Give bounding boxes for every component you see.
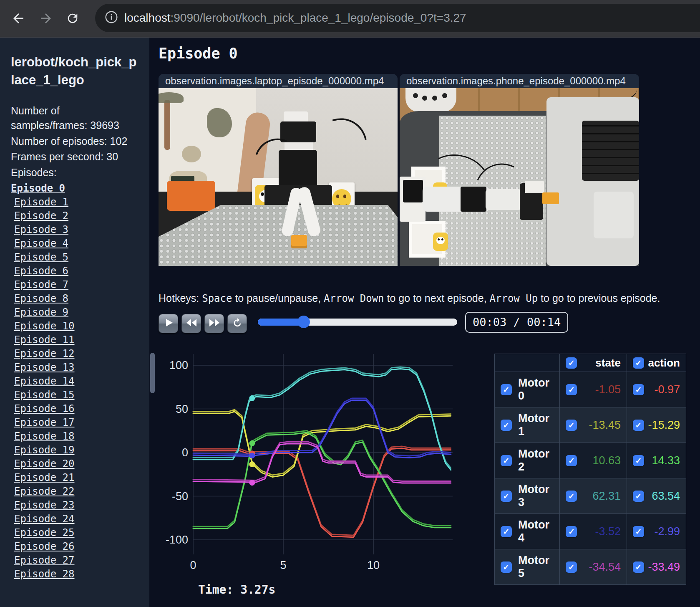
episode-link[interactable]: Episode 10	[14, 319, 75, 333]
rewind-icon	[186, 318, 197, 329]
stat-samples: Number of samples/frames: 39693	[11, 104, 138, 133]
motor-checkbox[interactable]: ✓	[501, 526, 512, 537]
episode-link[interactable]: Episode 26	[14, 540, 75, 554]
episode-link[interactable]: Episode 11	[14, 333, 75, 347]
episode-link[interactable]: Episode 13	[14, 361, 75, 374]
action-checkbox[interactable]: ✓	[633, 384, 644, 395]
loop-button[interactable]	[227, 314, 247, 333]
action-column-checkbox[interactable]: ✓	[633, 357, 644, 369]
episode-link[interactable]: Episode 14	[14, 374, 75, 388]
motor-checkbox[interactable]: ✓	[501, 420, 512, 431]
state-checkbox[interactable]: ✓	[566, 384, 577, 395]
video-laptop-title: observation.images.laptop_episode_000000…	[159, 74, 398, 88]
episode-link[interactable]: Episode 6	[14, 264, 68, 278]
episode-link[interactable]: Episode 17	[14, 416, 75, 430]
forward-button[interactable]	[37, 9, 55, 28]
svg-text:0: 0	[190, 559, 196, 571]
episode-link[interactable]: Episode 1	[14, 195, 68, 209]
episode-list: Episode 0Episode 1Episode 2Episode 3Epis…	[14, 182, 138, 581]
key-arrow-up: Arrow Up	[490, 293, 538, 304]
svg-text:50: 50	[176, 403, 188, 415]
motor-label: Motor 0	[518, 377, 554, 402]
svg-text:-100: -100	[166, 534, 188, 546]
episode-link[interactable]: Episode 22	[14, 485, 75, 498]
time-display: 00:03 / 00:14	[465, 312, 568, 333]
video-laptop[interactable]: observation.images.laptop_episode_000000…	[159, 74, 398, 266]
episode-link[interactable]: Episode 27	[14, 554, 75, 567]
motor-label: Motor 3	[518, 483, 554, 509]
episode-link[interactable]: Episode 2	[14, 209, 68, 223]
motor-checkbox[interactable]: ✓	[501, 561, 512, 573]
action-checkbox[interactable]: ✓	[633, 526, 644, 537]
state-checkbox[interactable]: ✓	[566, 526, 577, 537]
action-checkbox[interactable]: ✓	[633, 491, 644, 502]
player-controls: 00:03 / 00:14	[159, 313, 250, 334]
episode-link[interactable]: Episode 23	[14, 498, 75, 512]
motor-label: Motor 2	[518, 448, 554, 473]
action-checkbox[interactable]: ✓	[633, 561, 644, 573]
episode-link[interactable]: Episode 20	[14, 457, 75, 471]
reload-button[interactable]	[63, 9, 82, 28]
svg-text:10: 10	[367, 559, 380, 571]
seek-slider-thumb[interactable]	[297, 316, 310, 328]
episode-link[interactable]: Episode 21	[14, 471, 75, 485]
site-info-icon[interactable]	[104, 10, 118, 26]
rewind-button[interactable]	[181, 314, 201, 333]
action-value: -33.49	[648, 561, 680, 574]
orange-lego-brick-top	[542, 192, 559, 204]
episode-link[interactable]: Episode 15	[14, 388, 75, 402]
svg-text:100: 100	[169, 359, 188, 372]
state-checkbox[interactable]: ✓	[566, 491, 577, 502]
scrollbar-thumb[interactable]	[150, 353, 155, 393]
episode-link[interactable]: Episode 16	[14, 402, 75, 416]
state-checkbox[interactable]: ✓	[566, 561, 577, 573]
state-value: -34.54	[589, 561, 621, 574]
motor-checkbox[interactable]: ✓	[501, 384, 512, 395]
key-space: Space	[202, 293, 232, 304]
action-checkbox[interactable]: ✓	[633, 455, 644, 466]
loop-icon	[232, 317, 243, 330]
video-phone[interactable]: observation.images.phone_episode_000000.…	[400, 74, 639, 266]
action-checkbox[interactable]: ✓	[633, 420, 644, 431]
motor-checkbox[interactable]: ✓	[501, 491, 512, 502]
main-content: Episode 0 observation.images.laptop_epis…	[149, 38, 700, 607]
url-host: localhost	[124, 11, 171, 24]
dataset-title: lerobot/koch_pick_place_1_lego	[11, 53, 138, 89]
episode-link[interactable]: Episode 7	[14, 278, 68, 292]
episode-link[interactable]: Episode 24	[14, 512, 75, 526]
motor-table: ✓state ✓action ✓Motor 0✓-1.05✓-0.97✓Moto…	[494, 354, 686, 585]
state-checkbox[interactable]: ✓	[566, 420, 577, 431]
episode-link[interactable]: Episode 12	[14, 347, 75, 361]
state-checkbox[interactable]: ✓	[566, 455, 577, 466]
motor-checkbox[interactable]: ✓	[501, 455, 512, 466]
episode-link[interactable]: Episode 25	[14, 526, 75, 540]
episode-link[interactable]: Episode 0	[11, 182, 65, 195]
svg-text:0: 0	[182, 446, 188, 459]
back-button[interactable]	[9, 9, 28, 28]
play-button[interactable]	[159, 314, 178, 333]
url-bar[interactable]: localhost:9090/lerobot/koch_pick_place_1…	[95, 4, 700, 32]
episode-link[interactable]: Episode 3	[14, 223, 68, 237]
laptop-trackpad	[594, 192, 634, 238]
episodes-label: Episodes:	[11, 165, 138, 180]
state-column-checkbox[interactable]: ✓	[566, 357, 577, 369]
episode-link[interactable]: Episode 28	[14, 567, 75, 581]
episode-link[interactable]: Episode 5	[14, 250, 68, 264]
header-empty	[495, 354, 560, 372]
robot-motor	[403, 180, 423, 202]
fast-forward-button[interactable]	[204, 314, 224, 333]
seek-slider[interactable]	[258, 319, 457, 326]
motor-row: ✓Motor 3✓62.31✓63.54	[495, 478, 686, 514]
action-value: 63.54	[652, 490, 680, 503]
orange-fixture	[167, 181, 215, 211]
game-controller	[405, 88, 456, 112]
episode-link[interactable]: Episode 9	[14, 306, 68, 319]
episode-link[interactable]: Episode 4	[14, 237, 68, 250]
episode-link[interactable]: Episode 19	[14, 443, 75, 457]
hotkeys-help: Hotkeys: Space to pause/unpause, Arrow D…	[159, 292, 660, 304]
motor-row: ✓Motor 2✓10.63✓14.33	[495, 443, 686, 478]
state-column-label: state	[595, 357, 621, 369]
motor-chart[interactable]: 100500-50-1000510	[165, 343, 457, 571]
episode-link[interactable]: Episode 8	[14, 292, 68, 306]
episode-link[interactable]: Episode 18	[14, 430, 75, 443]
